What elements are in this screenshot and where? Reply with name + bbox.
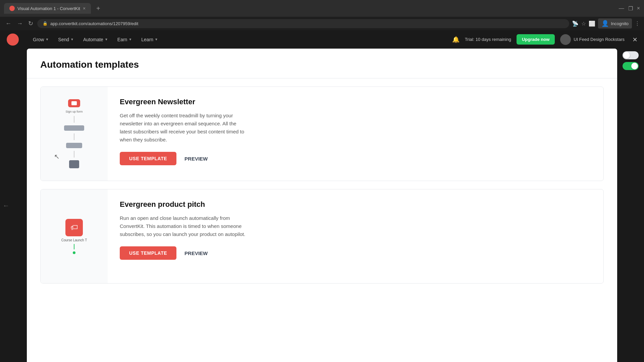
template-actions-1: USE TEMPLATE PREVIEW <box>120 152 591 165</box>
refresh-button[interactable]: ↻ <box>27 18 35 28</box>
template-content-2: Evergreen product pitch Run an open and … <box>108 189 603 283</box>
course-label: Course Launch T <box>61 238 87 242</box>
toggle-switch-2[interactable] <box>623 62 639 70</box>
grow-chevron: ▼ <box>45 38 49 41</box>
upgrade-button[interactable]: Upgrade now <box>517 34 555 45</box>
nav-automate[interactable]: Automate ▼ <box>79 35 112 44</box>
template-actions-2: USE TEMPLATE PREVIEW <box>120 246 591 260</box>
template-preview-2: 🏷 Course Launch T <box>41 189 108 283</box>
toggle-area <box>617 49 644 70</box>
window-minimize[interactable]: — <box>619 5 624 11</box>
notification-bell[interactable]: 🔔 <box>452 36 460 43</box>
template-preview-1: Sign up form ↖ <box>41 87 108 181</box>
extension-icon[interactable]: ⬜ <box>589 20 595 27</box>
diagram-line-3 <box>74 151 74 158</box>
automate-chevron: ▼ <box>105 38 108 41</box>
diagram-line-1 <box>74 116 74 123</box>
nav-send[interactable]: Send ▼ <box>54 35 78 44</box>
tab-close-button[interactable]: × <box>83 6 86 11</box>
diagram-line-2 <box>74 133 74 140</box>
use-template-button-2[interactable]: USE TEMPLATE <box>120 246 176 260</box>
browser-chrome: Visual Automation 1 - ConvertKit × + — ❐… <box>0 0 644 17</box>
back-arrow[interactable]: ← <box>0 196 12 215</box>
nav-learn[interactable]: Learn ▼ <box>137 35 162 44</box>
cursor-hint: ↖ <box>54 153 60 161</box>
back-button[interactable]: ← <box>4 19 13 28</box>
learn-chevron: ▼ <box>155 38 158 41</box>
cast-icon: 📡 <box>572 20 579 27</box>
right-strip <box>617 49 644 362</box>
toggle-switch-1[interactable] <box>623 51 639 59</box>
earn-chevron: ▼ <box>128 38 132 41</box>
template-content-1: Evergreen Newsletter Get off the weekly … <box>108 87 603 181</box>
signup-label: Sign up form <box>65 110 83 113</box>
diagram-node-tag: 🏷 <box>65 219 83 236</box>
send-chevron: ▼ <box>70 38 74 41</box>
tab-title: Visual Automation 1 - ConvertKit <box>17 6 80 11</box>
window-close[interactable]: × <box>637 5 640 11</box>
main-nav: Grow ▼ Send ▼ Automate ▼ Earn ▼ Learn ▼ <box>29 35 442 44</box>
incognito-button[interactable]: 👤 Incognito <box>598 18 632 28</box>
tag-icon: 🏷 <box>70 223 78 232</box>
browser-tab[interactable]: Visual Automation 1 - ConvertKit × <box>4 3 91 14</box>
use-template-button-1[interactable]: USE TEMPLATE <box>120 152 176 165</box>
diagram-box-2 <box>66 143 82 148</box>
automation-panel: Automation templates Sign up form <box>27 49 617 362</box>
forward-button[interactable]: → <box>15 19 24 28</box>
template-name-2: Evergreen product pitch <box>120 200 591 209</box>
diagram-dot-green <box>73 251 75 254</box>
close-overlay-button[interactable]: × <box>633 35 637 44</box>
toggle-knob-2 <box>631 63 638 69</box>
diagram-box-1 <box>64 125 84 131</box>
bookmark-icon[interactable]: ☆ <box>581 20 586 27</box>
template-card-evergreen-newsletter: Sign up form ↖ Evergreen Newsletter Get … <box>40 86 604 181</box>
panel-title: Automation templates <box>40 59 604 70</box>
nav-grow[interactable]: Grow ▼ <box>29 35 53 44</box>
new-tab-button[interactable]: + <box>94 3 103 14</box>
browser-nav: ← → ↻ 🔒 app.convertkit.com/automations/1… <box>0 17 644 30</box>
preview-diagram-2: 🏷 Course Launch T <box>61 219 87 254</box>
template-card-product-pitch: 🏷 Course Launch T Evergreen product pitc… <box>40 189 604 284</box>
preview-diagram-1: Sign up form <box>64 99 84 168</box>
window-maximize[interactable]: ❐ <box>628 5 633 12</box>
panel-header: Automation templates <box>27 49 617 78</box>
trial-badge: Trial: 10 days remaining <box>465 37 511 42</box>
template-name-1: Evergreen Newsletter <box>120 98 591 106</box>
address-text: app.convertkit.com/automations/1207959/e… <box>50 21 138 26</box>
diagram-node-signup <box>68 99 80 107</box>
diagram-box-3 <box>69 160 79 168</box>
tab-favicon <box>9 6 15 11</box>
user-menu[interactable]: UI Feed Design Rockstars <box>560 34 625 45</box>
toggle-knob-1 <box>623 52 630 59</box>
app-header: Grow ▼ Send ▼ Automate ▼ Earn ▼ Learn ▼ … <box>0 30 644 49</box>
app-logo <box>7 34 19 46</box>
templates-list: Sign up form ↖ Evergreen Newsletter Get … <box>27 78 617 300</box>
template-desc-2: Run an open and close launch automatical… <box>120 214 247 238</box>
nav-earn[interactable]: Earn ▼ <box>113 35 136 44</box>
preview-link-2[interactable]: PREVIEW <box>184 250 208 256</box>
content-area: ← Automation templates Sign up form <box>0 49 644 362</box>
user-avatar <box>560 34 571 45</box>
menu-icon[interactable]: ⋮ <box>635 20 640 27</box>
incognito-label: Incognito <box>611 21 629 26</box>
diagram-line-green <box>74 244 74 249</box>
address-bar[interactable]: 🔒 app.convertkit.com/automations/1207959… <box>37 19 569 28</box>
preview-link-1[interactable]: PREVIEW <box>184 156 208 162</box>
user-name: UI Feed Design Rockstars <box>574 37 625 42</box>
template-desc-1: Get off the weekly content treadmill by … <box>120 112 247 144</box>
form-icon <box>71 101 77 105</box>
